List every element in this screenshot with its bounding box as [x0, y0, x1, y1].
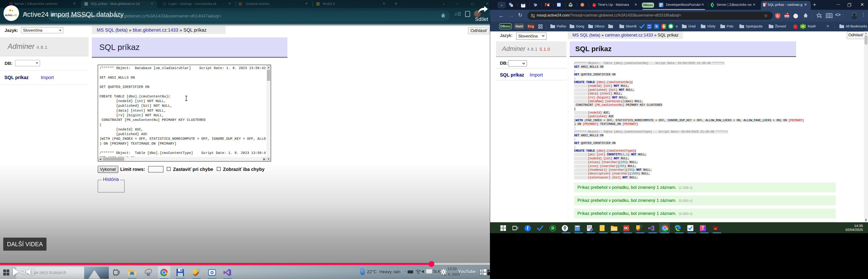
svg-text:文: 文: [511, 5, 513, 7]
svg-text:?: ?: [765, 3, 766, 4]
svg-text:0: 0: [548, 4, 549, 6]
svg-text:S: S: [776, 14, 778, 18]
svg-text:64: 64: [714, 228, 717, 230]
